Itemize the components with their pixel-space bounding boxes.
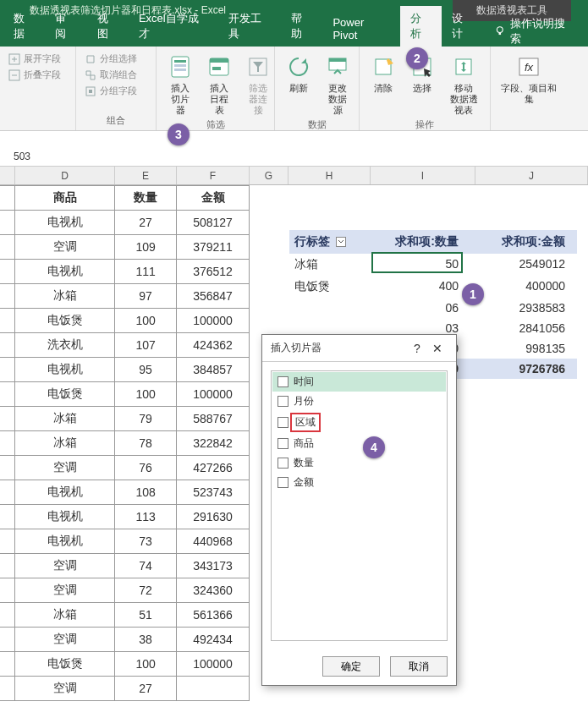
checkbox-icon[interactable] (278, 417, 289, 428)
table-row[interactable]: 电视机111376512 (0, 260, 250, 284)
move-icon (450, 53, 477, 80)
change-source-button[interactable]: 更改 数据源 (321, 52, 354, 118)
table-row[interactable]: 电饭煲100100000 (0, 652, 250, 677)
fields-items-button[interactable]: fx 字段、项目和 集 (497, 52, 560, 107)
field-item-region[interactable]: 区域 (272, 411, 446, 434)
collapse-field-button[interactable]: 折叠字段 (7, 68, 63, 82)
pivot-row[interactable]: 电饭煲400400000 (289, 276, 577, 298)
col-header-J[interactable]: J (475, 167, 588, 184)
field-list: 时间 月份 区域 商品 数量 金额 (271, 370, 448, 641)
table-row[interactable]: 空调72324360 (0, 578, 250, 603)
chevron-down-icon[interactable] (336, 237, 346, 247)
tab-custom[interactable]: Excel自学成才 (129, 6, 218, 47)
bulb-icon (494, 25, 506, 37)
move-pivot-button[interactable]: 移动 数据透视表 (444, 52, 483, 118)
refresh-button[interactable]: 刷新 (282, 52, 316, 96)
column-headers: D E F G H I J (0, 167, 588, 185)
table-row[interactable]: 冰箱79588767 (0, 407, 250, 431)
expand-field-button[interactable]: 展开字段 (7, 52, 63, 66)
table-row[interactable]: 冰箱51561366 (0, 603, 250, 628)
checkbox-icon[interactable] (278, 396, 289, 407)
ok-button[interactable]: 确定 (322, 656, 380, 677)
table-row[interactable]: 电视机95384857 (0, 358, 250, 382)
pivot-row[interactable]: 062938583 (289, 298, 577, 318)
insert-slicer-button[interactable]: 插入 切片器 (163, 52, 197, 118)
table-row[interactable]: 空调27 (0, 677, 250, 701)
field-item-time[interactable]: 时间 (272, 372, 446, 392)
pivot-header-rows[interactable]: 行标签 (289, 230, 372, 254)
checkbox-icon[interactable] (278, 458, 289, 469)
svg-rect-5 (89, 90, 92, 93)
col-header-E[interactable]: E (115, 167, 177, 184)
table-row[interactable]: 电视机113291630 (0, 505, 250, 529)
checkbox-icon[interactable] (278, 376, 289, 387)
formula-input[interactable]: 503 (7, 151, 581, 162)
ungroup-button[interactable]: 取消组合 (83, 68, 139, 82)
pivot-header-amount: 求和项:金额 (464, 230, 570, 254)
tab-review[interactable]: 审阅 (45, 6, 86, 47)
field-item-product[interactable]: 商品 (272, 434, 446, 453)
field-item-amount[interactable]: 金额 (272, 473, 446, 492)
ribbon: 展开字段 折叠字段 分组选择 取消组合 (0, 47, 588, 131)
group-select-button[interactable]: 分组选择 (83, 52, 139, 66)
step-badge-1: 1 (462, 283, 484, 305)
table-row[interactable]: 电饭煲100100000 (0, 309, 250, 333)
tab-powerpivot[interactable]: Power Pivot (322, 11, 400, 47)
tab-help[interactable]: 帮助 (281, 6, 322, 47)
step-badge-4: 4 (363, 436, 385, 458)
table-row[interactable]: 电视机27508127 (0, 211, 250, 235)
dialog-titlebar[interactable]: 插入切片器 ? ✕ (262, 335, 456, 362)
table-row[interactable]: 电视机108523743 (0, 480, 250, 505)
col-header-D[interactable]: D (15, 167, 115, 184)
pivot-row[interactable]: 冰箱502549012 (289, 254, 577, 276)
cancel-button[interactable]: 取消 (390, 656, 448, 677)
collapse-icon (8, 69, 20, 81)
highlight-region: 区域 (290, 413, 321, 432)
tab-dev[interactable]: 开发工具 (218, 6, 282, 47)
clear-button[interactable]: 清除 (366, 52, 400, 96)
step-badge-2: 2 (406, 47, 428, 69)
svg-text:fx: fx (525, 61, 534, 74)
col-header-F[interactable]: F (177, 167, 250, 184)
close-icon[interactable]: ✕ (427, 342, 448, 355)
menu-bar: 数据 审阅 视图 Excel自学成才 开发工具 帮助 Power Pivot 分… (0, 21, 588, 47)
table-header-qty: 数量 (115, 186, 177, 211)
tab-analyze[interactable]: 分析 (400, 6, 442, 47)
table-row[interactable]: 空调74343173 (0, 554, 250, 578)
filter-conn-icon (245, 53, 272, 80)
checkbox-icon[interactable] (278, 477, 289, 488)
table-row[interactable]: 洗衣机107424362 (0, 333, 250, 358)
table-row[interactable]: 电饭煲100100000 (0, 382, 250, 407)
ungroup-icon (85, 69, 96, 81)
refresh-icon (285, 53, 312, 80)
group-label-combine: 组合 (83, 114, 149, 129)
field-item-qty[interactable]: 数量 (272, 453, 446, 473)
table-row[interactable]: 空调109379211 (0, 235, 250, 260)
svg-point-0 (497, 27, 503, 33)
help-icon[interactable]: ? (407, 342, 427, 355)
table-row[interactable]: 空调76427266 (0, 456, 250, 480)
tab-data[interactable]: 数据 (3, 6, 45, 47)
table-row[interactable]: 电视机73440968 (0, 529, 250, 554)
field-item-month[interactable]: 月份 (272, 392, 446, 411)
clear-icon (370, 53, 397, 80)
table-header-product: 商品 (15, 186, 115, 211)
help-search[interactable]: 操作说明搜索 (484, 16, 585, 47)
col-header-H[interactable]: H (289, 167, 371, 184)
checkbox-icon[interactable] (278, 438, 289, 449)
table-row[interactable]: 空调38492434 (0, 628, 250, 652)
col-header-G[interactable]: G (250, 167, 289, 184)
group-field-icon (85, 85, 96, 97)
help-search-label: 操作说明搜索 (510, 16, 574, 47)
fx-icon: fx (515, 53, 542, 80)
tab-view[interactable]: 视图 (87, 6, 129, 47)
table-row[interactable]: 冰箱78322842 (0, 431, 250, 456)
tab-design[interactable]: 设计 (442, 6, 483, 47)
group-field-button[interactable]: 分组字段 (83, 84, 139, 98)
col-header-I[interactable]: I (371, 167, 475, 184)
filter-connections-button[interactable]: 筛选 器连接 (241, 52, 275, 118)
insert-timeline-button[interactable]: 插入 日程表 (202, 52, 236, 118)
slicer-icon (167, 53, 194, 80)
svg-rect-1 (498, 33, 501, 36)
table-row[interactable]: 冰箱97356847 (0, 284, 250, 309)
